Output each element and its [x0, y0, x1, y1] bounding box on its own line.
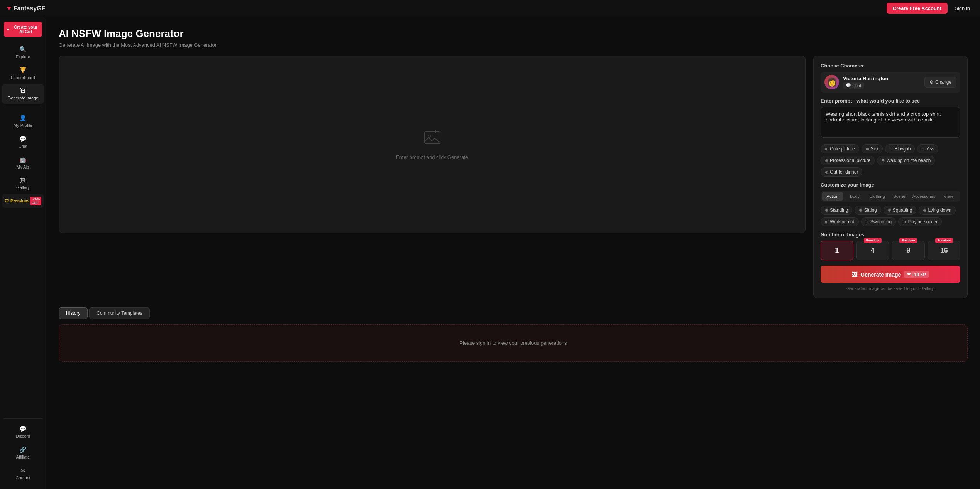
customize-section: Customize your Image Action Body Clothin… — [821, 182, 960, 226]
history-empty: Please sign in to view your previous gen… — [59, 324, 968, 362]
sidebar-label-generate: Generate Image — [8, 96, 39, 100]
chat-badge-icon: 💬 — [846, 83, 851, 88]
image-placeholder-icon — [423, 128, 442, 150]
generate-icon: 🖼 — [20, 88, 26, 94]
history-empty-message: Please sign in to view your previous gen… — [459, 340, 567, 346]
num-images-row: 1 Premium 4 Premium 9 Premium 16 — [821, 241, 960, 260]
chip-ass[interactable]: ⊕Ass — [917, 144, 938, 153]
chip-sex[interactable]: ⊕Sex — [862, 144, 883, 153]
page-subtitle: Generate AI Image with the Most Advanced… — [59, 42, 968, 48]
change-icon: ⚙ — [929, 79, 934, 85]
chip-walking-beach[interactable]: ⊕Walking on the beach — [877, 156, 935, 165]
prompt-label: Enter prompt - what would you like to se… — [821, 98, 960, 104]
chat-icon: 💬 — [19, 135, 27, 142]
gallery-note: Generated Image will be saved to your Ga… — [821, 286, 960, 291]
tab-view[interactable]: View — [938, 192, 959, 201]
sidebar-item-explore[interactable]: 🔍 Explore — [2, 42, 44, 62]
create-ai-girl-button[interactable]: ✦ Create your AI Girl — [4, 22, 42, 37]
prompt-textarea[interactable]: Wearing short black tennis skirt and a c… — [821, 107, 960, 138]
svg-point-3 — [428, 135, 430, 137]
sidebar-divider-2 — [4, 418, 42, 419]
sidebar-item-discord[interactable]: 💬 Discord — [2, 422, 44, 442]
character-chat-badge: 💬 Chat — [843, 82, 864, 89]
sidebar-label-affiliate: Affiliate — [16, 455, 30, 459]
sidebar-item-chat[interactable]: 💬 Chat — [2, 132, 44, 152]
chip-professional-picture[interactable]: ⊕Professional picture — [821, 156, 875, 165]
num-images-label: Number of Images — [821, 232, 960, 238]
sidebar-item-generate[interactable]: 🖼 Generate Image — [2, 84, 44, 104]
sidebar-label-discord: Discord — [16, 434, 30, 438]
change-character-button[interactable]: ⚙ Change — [924, 77, 956, 88]
suggestion-chips: ⊕Cute picture ⊕Sex ⊕Blowjob ⊕Ass ⊕Profes… — [821, 144, 960, 177]
sidebar-label-chat: Chat — [19, 144, 27, 148]
generate-button[interactable]: 🖼 Generate Image ❤ +10 XP — [821, 266, 960, 283]
premium-tag-9: Premium — [899, 238, 917, 243]
character-avatar: 👩 — [824, 75, 839, 89]
num-btn-1[interactable]: 1 — [821, 241, 853, 260]
sidebar-item-contact[interactable]: ✉ Contact — [2, 464, 44, 484]
chip-standing[interactable]: ⊕Standing — [821, 206, 852, 215]
num-btn-9[interactable]: Premium 9 — [892, 241, 925, 260]
history-tab-history[interactable]: History — [59, 307, 88, 319]
premium-discount: -75% OFF — [30, 197, 41, 205]
tab-clothing[interactable]: Clothing — [866, 192, 888, 201]
sidebar-item-affiliate[interactable]: 🔗 Affiliate — [2, 443, 44, 463]
main-content: AI NSFW Image Generator Generate AI Imag… — [46, 17, 980, 489]
history-section: History Community Templates Please sign … — [59, 307, 968, 362]
character-info: Victoria Harrington 💬 Chat — [843, 76, 921, 89]
brand-name: FantasyGF — [14, 5, 46, 12]
sidebar-item-myais[interactable]: 🤖 My AIs — [2, 153, 44, 173]
profile-icon: 👤 — [19, 115, 27, 121]
change-label: Change — [935, 79, 951, 85]
sidebar-item-myprofile[interactable]: 👤 My Profile — [2, 111, 44, 131]
premium-shield-icon: 🛡 — [5, 199, 9, 203]
sidebar-item-leaderboard[interactable]: 🏆 Leaderboard — [2, 63, 44, 83]
sidebar-bottom: 💬 Discord 🔗 Affiliate ✉ Contact — [0, 415, 46, 484]
chip-lying-down[interactable]: ⊕Lying down — [919, 206, 955, 215]
chip-playing-soccer[interactable]: ⊕Playing soccer — [898, 217, 942, 226]
character-row: 👩 Victoria Harrington 💬 Chat ⚙ Change — [821, 72, 960, 93]
control-panel: Choose Character 👩 Victoria Harrington 💬… — [813, 56, 968, 298]
create-account-button[interactable]: Create Free Account — [887, 3, 948, 14]
gallery-icon: 🖼 — [20, 177, 26, 184]
sidebar-label-myais: My AIs — [17, 165, 29, 169]
num-btn-4[interactable]: Premium 4 — [856, 241, 889, 260]
sidebar-divider-1 — [4, 108, 42, 108]
heart-icon: ❤ — [907, 272, 911, 277]
choose-character-label: Choose Character — [821, 63, 960, 69]
plus-icon: ✦ — [6, 27, 10, 32]
sidebar-label-explore: Explore — [16, 54, 30, 59]
chip-cute-picture[interactable]: ⊕Cute picture — [821, 144, 859, 153]
customize-tabs: Action Body Clothing Scene Accessories V… — [821, 191, 960, 202]
xp-badge: ❤ +10 XP — [904, 271, 929, 278]
tab-body[interactable]: Body — [844, 192, 866, 201]
sidebar-label-myprofile: My Profile — [14, 123, 32, 128]
chip-out-for-dinner[interactable]: ⊕Out for dinner — [821, 167, 862, 177]
num-btn-16[interactable]: Premium 16 — [928, 241, 961, 260]
premium-tag-4: Premium — [864, 238, 882, 243]
chip-working-out[interactable]: ⊕Working out — [821, 217, 859, 226]
topnav: ♥ FantasyGF Create Free Account Sign in — [0, 0, 980, 17]
tab-action[interactable]: Action — [822, 192, 843, 201]
page-title: AI NSFW Image Generator — [59, 28, 968, 40]
premium-badge[interactable]: 🛡 Premium -75% OFF — [2, 194, 44, 208]
chip-sitting[interactable]: ⊕Sitting — [855, 206, 881, 215]
tab-scene[interactable]: Scene — [889, 192, 910, 201]
explore-icon: 🔍 — [19, 46, 27, 53]
sidebar-item-gallery[interactable]: 🖼 Gallery — [2, 174, 44, 193]
affiliate-icon: 🔗 — [19, 446, 27, 453]
history-tab-community[interactable]: Community Templates — [89, 307, 150, 319]
signin-button[interactable]: Sign in — [951, 3, 973, 14]
myais-icon: 🤖 — [19, 156, 27, 163]
generate-icon: 🖼 — [852, 271, 857, 278]
topnav-right: Create Free Account Sign in — [887, 3, 973, 14]
sidebar-label-contact: Contact — [16, 476, 30, 480]
chip-swimming[interactable]: ⊕Swimming — [861, 217, 896, 226]
image-panel: Enter prompt and click Generate — [59, 56, 806, 233]
discord-icon: 💬 — [19, 425, 27, 432]
chip-squatting[interactable]: ⊕Squatting — [884, 206, 917, 215]
chip-blowjob[interactable]: ⊕Blowjob — [885, 144, 915, 153]
history-tabs: History Community Templates — [59, 307, 968, 319]
tab-accessories[interactable]: Accessories — [911, 192, 937, 201]
num-images-section: Number of Images 1 Premium 4 Premium 9 P… — [821, 232, 960, 260]
